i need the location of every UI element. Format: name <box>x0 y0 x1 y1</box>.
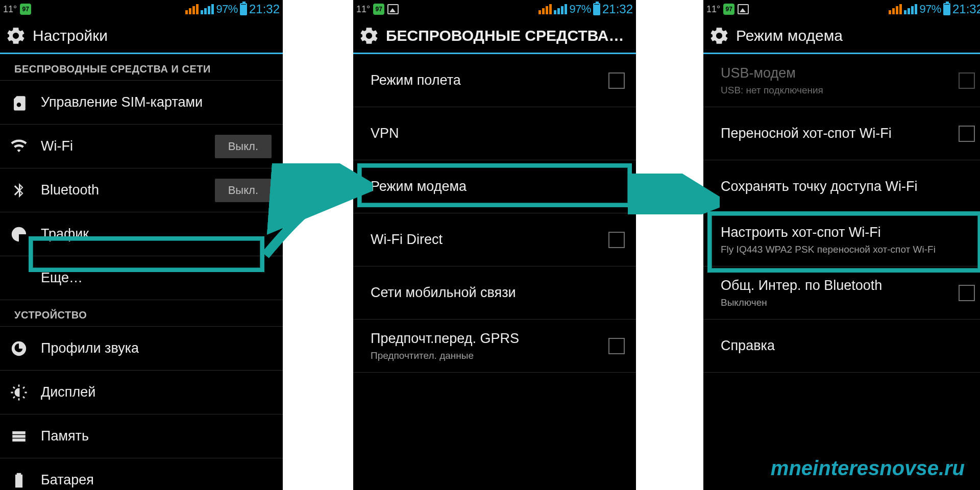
row-subtitle: Выключен <box>721 297 959 309</box>
row-sim-management[interactable]: Управление SIM-картами <box>0 81 283 125</box>
row-tethering[interactable]: Режим модема <box>353 160 636 213</box>
clock: 21:32 <box>602 2 633 16</box>
row-bluetooth[interactable]: Bluetooth Выкл. <box>0 168 283 212</box>
row-wifi[interactable]: Wi-Fi Выкл. <box>0 125 283 168</box>
signal-1-icon <box>185 4 199 14</box>
status-bar: 11° 97 97% 21:32 <box>0 0 283 18</box>
signal-2-icon <box>904 4 917 14</box>
row-label: Bluetooth <box>41 182 215 199</box>
row-vpn[interactable]: VPN <box>353 107 636 160</box>
row-label: Предпочт.перед. GPRS Предпочтител. данны… <box>371 330 608 362</box>
row-subtitle: Предпочтител. данные <box>371 350 608 362</box>
phone-screen-2: 11° 97 97% 21:32 БЕСПРОВОДНЫЕ СРЕДСТВА И… <box>353 0 636 490</box>
signal-1-icon <box>538 4 552 14</box>
row-label: Режим модема <box>371 178 625 195</box>
row-label: Режим полета <box>371 72 608 89</box>
weather-temp: 11° <box>706 4 720 15</box>
status-bar: 11° 97 97% 21:32 <box>353 0 636 18</box>
btshare-checkbox[interactable] <box>959 285 975 301</box>
sim-icon <box>9 93 29 112</box>
weather-temp: 11° <box>356 4 370 15</box>
status-badge: 97 <box>20 4 31 15</box>
watermark: mneinteresnovse.ru <box>771 457 965 480</box>
row-label: VPN <box>371 125 625 142</box>
hotspot-checkbox[interactable] <box>959 126 975 142</box>
row-label: Память <box>41 428 272 445</box>
row-usb-modem: USB-модем USB: нет подключения <box>703 54 980 107</box>
section-device: УСТРОЙСТВО <box>0 300 283 327</box>
row-portable-hotspot[interactable]: Переносной хот-спот Wi-Fi <box>703 107 980 160</box>
battery-icon <box>593 3 600 15</box>
row-airplane-mode[interactable]: Режим полета <box>353 54 636 107</box>
row-bluetooth-share[interactable]: Общ. Интер. по Bluetooth Выключен <box>703 266 980 320</box>
row-label: Сети мобильной связи <box>371 284 625 302</box>
screenshot-icon <box>738 4 749 14</box>
brightness-icon <box>9 383 29 402</box>
battery-icon <box>9 471 29 490</box>
battery-percent: 97% <box>919 3 941 16</box>
data-usage-icon <box>9 225 29 244</box>
wifidirect-checkbox[interactable] <box>608 232 625 248</box>
row-sound[interactable]: Профили звука <box>0 327 283 371</box>
signal-2-icon <box>554 4 567 14</box>
row-display[interactable]: Дисплей <box>0 371 283 414</box>
status-bar: 11° 97 97% 21:32 <box>703 0 980 18</box>
bluetooth-toggle[interactable]: Выкл. <box>215 179 272 202</box>
bluetooth-icon <box>9 181 29 200</box>
row-label: Трафик <box>41 226 272 243</box>
row-label: Управление SIM-картами <box>41 94 272 111</box>
battery-icon <box>240 3 247 15</box>
row-label: Еще… <box>41 270 272 287</box>
settings-gear-icon <box>358 25 380 46</box>
storage-icon <box>9 427 29 446</box>
clock: 21:32 <box>952 2 980 16</box>
row-title: Настроить хот-спот Wi-Fi <box>721 225 881 240</box>
battery-icon <box>943 3 950 15</box>
status-badge: 97 <box>373 4 384 15</box>
row-label: Wi-Fi <box>41 138 215 155</box>
signal-1-icon <box>889 4 902 14</box>
wifi-icon <box>9 137 29 156</box>
row-more[interactable]: Еще… <box>0 256 283 300</box>
row-battery[interactable]: Батарея <box>0 458 283 490</box>
row-gprs-pref[interactable]: Предпочт.перед. GPRS Предпочтител. данны… <box>353 320 636 373</box>
row-subtitle: USB: нет подключения <box>721 84 959 96</box>
row-keep-ap[interactable]: Сохранять точку доступа Wi-Fi <box>703 160 980 213</box>
blank-icon <box>9 268 29 288</box>
row-label: Батарея <box>41 472 272 489</box>
airplane-checkbox[interactable] <box>608 72 625 89</box>
page-title: Настройки <box>33 27 275 44</box>
signal-2-icon <box>201 4 214 14</box>
row-configure-hotspot[interactable]: Настроить хот-спот Wi-Fi Fly IQ443 WPA2 … <box>703 213 980 266</box>
row-label: Переносной хот-спот Wi-Fi <box>721 125 959 142</box>
status-badge: 97 <box>723 4 734 15</box>
phone-screen-3: 11° 97 97% 21:32 Режим модема USB-модем … <box>703 0 980 490</box>
row-title: Предпочт.перед. GPRS <box>371 331 519 346</box>
title-bar: БЕСПРОВОДНЫЕ СРЕДСТВА И СЕ… <box>353 18 636 54</box>
settings-gear-icon <box>5 25 27 46</box>
row-mobile-networks[interactable]: Сети мобильной связи <box>353 266 636 320</box>
row-label: Сохранять точку доступа Wi-Fi <box>721 178 975 195</box>
usb-checkbox <box>959 72 975 89</box>
row-label: Настроить хот-спот Wi-Fi Fly IQ443 WPA2 … <box>721 224 975 256</box>
row-label: Wi-Fi Direct <box>371 231 608 249</box>
row-label: Справка <box>721 337 975 355</box>
weather-temp: 11° <box>3 4 17 15</box>
row-help[interactable]: Справка <box>703 320 980 373</box>
row-label: Дисплей <box>41 384 272 401</box>
battery-percent: 97% <box>569 3 591 16</box>
battery-percent: 97% <box>216 3 238 16</box>
page-title: Режим модема <box>736 27 978 44</box>
title-bar: Режим модема <box>703 18 980 54</box>
row-storage[interactable]: Память <box>0 414 283 458</box>
screenshot-icon <box>387 4 399 14</box>
wifi-toggle[interactable]: Выкл. <box>215 135 272 158</box>
phone-screen-1: 11° 97 97% 21:32 Настройки БЕСПРОВОДНЫЕ … <box>0 0 283 490</box>
row-traffic[interactable]: Трафик <box>0 212 283 256</box>
row-label: Профили звука <box>41 340 272 357</box>
page-title: БЕСПРОВОДНЫЕ СРЕДСТВА И СЕ… <box>386 27 628 44</box>
settings-gear-icon <box>708 25 730 46</box>
row-title: USB-модем <box>721 65 796 81</box>
gprs-checkbox[interactable] <box>608 338 625 354</box>
row-wifi-direct[interactable]: Wi-Fi Direct <box>353 213 636 266</box>
